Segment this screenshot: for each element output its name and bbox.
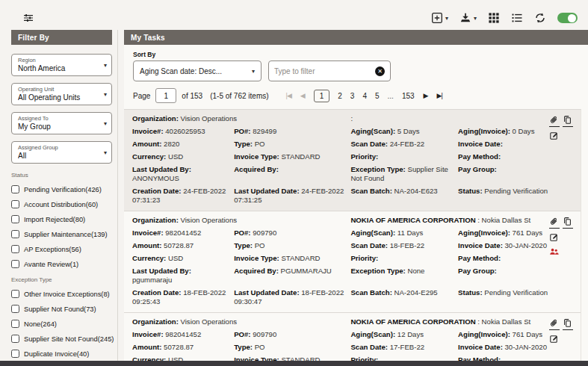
checkbox-icon[interactable] [11,260,19,268]
filter-checkbox-item[interactable]: None(264) [11,320,112,328]
refresh-icon[interactable] [534,12,546,24]
attachment-icon[interactable] [549,318,560,330]
sliders-icon[interactable] [22,12,34,24]
edit-icon[interactable] [549,232,560,243]
sort-select[interactable]: Aging Scan date: Desc... ▾ [133,61,261,81]
field-label: Status: [458,187,483,195]
sidebar-dropdowns: RegionNorth America▾Operating UnitAll Op… [11,45,112,164]
field-value: USD [168,254,183,262]
attachment-icon[interactable] [549,115,560,127]
chevron-down-icon[interactable]: ▾ [474,15,477,22]
checkbox-icon[interactable] [11,350,19,358]
field-value: 18-FEB-22 [390,241,424,249]
page-number[interactable]: 1 [314,90,330,102]
last-page-icon[interactable]: ▶| [437,92,442,99]
checkbox-label: AP Exceptions(56) [24,246,81,253]
filter-dropdown[interactable]: RegionNorth America▾ [11,54,112,76]
bottom-bar [0,361,588,366]
grid-view-icon[interactable] [488,12,500,24]
card-field: Pay Group: [458,267,549,285]
card-field: Priority: [350,254,452,263]
task-card[interactable]: Organization: Vision OperationsNOKIA OF … [124,313,581,366]
checkbox-icon[interactable] [11,215,19,223]
field-label: Scan Date: [350,241,388,249]
supplier: NOKIA OF AMERICA CORPORATION : Nokia Dal… [350,317,549,326]
field-label: Invoice Date: [458,343,503,351]
checkbox-icon[interactable] [11,305,19,313]
card-field: Invoice#: 4026025953 [132,127,228,136]
add-window-icon[interactable] [431,12,443,24]
page-number[interactable]: 2 [338,92,342,100]
task-card[interactable]: Organization: Vision OperationsNOKIA OF … [124,211,581,313]
filter-dropdown[interactable]: Assigned GroupAll▾ [11,141,112,164]
checkbox-icon[interactable] [11,230,19,238]
page-label: Page [133,92,150,100]
checkbox-label: Import Rejected(80) [24,216,85,223]
page-number[interactable]: 5 [375,92,380,100]
card-field: Exception Type: None [350,267,452,285]
field-value: 909790 [253,330,276,338]
edit-icon[interactable] [549,334,560,344]
filter-dropdown[interactable]: Operating UnitAll Operating Units▾ [11,83,112,105]
clear-filter-icon[interactable]: ✕ [375,66,385,76]
field-label: Invoice Type: [234,152,279,161]
filter-checkbox-item[interactable]: Supplier Not Found(73) [11,305,112,313]
copy-icon[interactable] [563,217,573,229]
attachment-icon[interactable] [549,217,560,229]
page-number[interactable]: 4 [362,92,367,100]
task-card[interactable]: Organization: Vision Operations :Invoice… [124,110,581,211]
field-label: Acquired By: [234,165,279,173]
card-field: Aging(Invoice): 0 Days [458,127,549,136]
copy-icon[interactable] [563,115,573,127]
field-label: Pay Group: [458,165,497,173]
checkbox-icon[interactable] [11,320,19,328]
checkbox-icon[interactable] [11,200,19,208]
field-label: Creation Date: [132,288,182,297]
page-number[interactable]: 153 [402,92,415,100]
prev-page-icon[interactable]: ◀ [300,92,305,99]
filter-group-title: Exception Type [11,276,112,283]
card-field: Creation Date: 24-FEB-2022 07:31:23 [132,187,228,205]
card-field: Last Updated By: pgummaraju [132,267,228,285]
chevron-down-icon: ▾ [104,91,107,98]
download-icon[interactable] [459,12,471,24]
filter-checkbox-item[interactable]: AP Exceptions(56) [11,245,112,253]
card-field: Acquired By: [234,165,344,183]
field-label: Amount: [132,140,161,148]
filter-checkbox-item[interactable]: Supplier Maintenance(139) [11,230,112,238]
filter-checkbox-item[interactable]: Duplicate Invoice(40) [11,350,112,358]
checkbox-icon[interactable] [11,245,19,253]
first-page-icon[interactable]: |◀ [286,92,291,99]
copy-icon[interactable] [563,318,573,330]
field-label: Aging(Scan): [350,127,395,135]
next-page-icon[interactable]: ▶ [424,92,428,99]
filter-checkbox-item[interactable]: Pending Verification(426) [11,185,112,193]
checkbox-icon[interactable] [11,290,19,298]
toolbar-add-window: ▾ [431,12,448,24]
chevron-down-icon[interactable]: ▾ [445,15,448,22]
filter-checkbox-item[interactable]: Supplier Site Not Found(245) [11,335,112,343]
card-field: Scan Batch: NA-204-E295 [350,288,452,306]
list-view-icon[interactable] [511,12,523,24]
list-toggle[interactable] [557,13,578,23]
filter-checkbox-item[interactable]: Other Invoice Exceptions(8) [11,290,112,298]
filter-checkbox-item[interactable]: Account Distribution(60) [11,200,112,208]
filter-checkbox-item[interactable]: Import Rejected(80) [11,215,112,223]
checkbox-icon[interactable] [11,185,19,193]
card-field: Pay Method: [458,152,549,161]
filter-input[interactable] [274,67,375,75]
edit-icon[interactable] [549,131,560,141]
filter-input-wrap: ✕ [268,61,391,81]
field-label: Pay Method: [458,254,501,262]
filter-checkbox-item[interactable]: Avante Review(1) [11,260,112,268]
page-number[interactable]: 3 [350,92,355,100]
field-value: PO [255,241,265,249]
filter-dropdown[interactable]: Assigned ToMy Group▾ [11,112,112,134]
page-input[interactable] [155,88,176,103]
field-label: Priority: [350,254,378,262]
acquired-users-icon[interactable] [549,246,560,257]
checkbox-icon[interactable] [11,335,19,343]
checkbox-label: Pending Verification(426) [24,186,102,193]
card-field: Invoice Date: 30-JAN-2020 [458,241,549,250]
card-field: Acquired By: PGUMMARAJU [234,267,344,285]
